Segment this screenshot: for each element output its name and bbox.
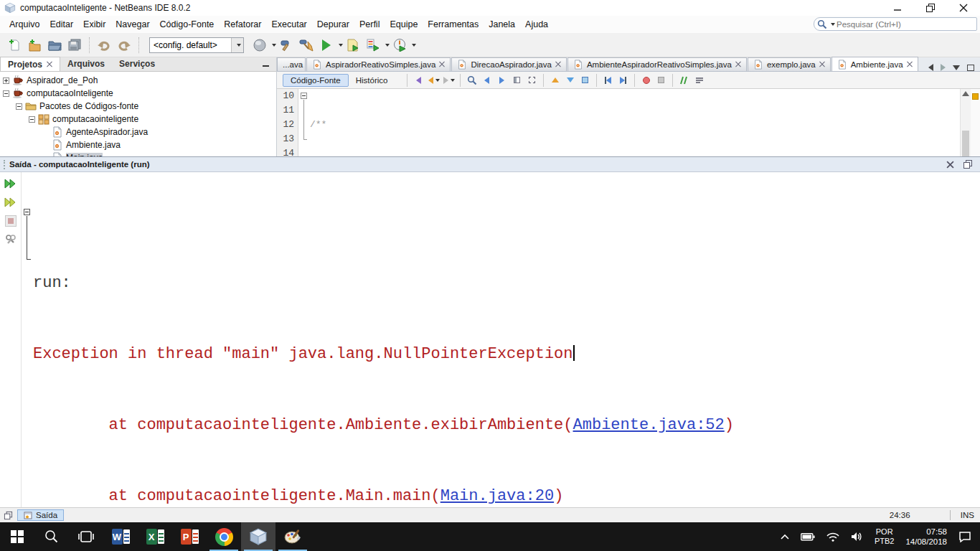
record-macro-button[interactable] [639,73,654,88]
search-dropdown-icon[interactable] [831,23,835,26]
uncomment-button[interactable] [692,73,707,88]
taskbar-netbeans-button[interactable] [241,522,275,551]
find-selection-button[interactable] [464,73,479,88]
tree-item-package[interactable]: computacaointeligente [0,113,276,126]
run-file-button[interactable] [343,36,363,55]
editor-tab[interactable]: AspiradorReativoSimples.java [306,57,451,71]
close-tab-icon[interactable] [819,62,825,67]
forward-button[interactable] [441,73,456,88]
stack-trace-link[interactable]: Ambiente.java:52 [573,416,725,434]
rerun-button[interactable] [4,178,17,189]
tree-item-java-file[interactable]: Ambiente.java [0,138,276,151]
editor-tab[interactable]: exemplo.java [748,57,831,71]
prev-occurrence-button[interactable] [479,73,494,88]
save-all-button[interactable] [65,36,85,55]
minimize-button[interactable] [881,0,914,16]
code-area[interactable]: /** * * @author Joice */ public class Am… [310,89,980,156]
warning-mark[interactable] [972,93,979,100]
menu-depurar[interactable]: Depurar [312,17,354,32]
editor-tab[interactable]: DirecaoAspirador.java [451,57,567,71]
menu-perfil[interactable]: Perfil [354,17,385,32]
toggle-highlight-button[interactable] [509,73,524,88]
scroll-tabs-right-icon[interactable] [941,64,946,71]
maximize-editor-icon[interactable] [967,65,974,71]
tree-item-source-packages[interactable]: Pacotes de Códigos-fonte [0,100,276,113]
menu-ajuda[interactable]: Ajuda [520,17,553,32]
search-input[interactable] [837,20,974,29]
menu-ferramentas[interactable]: Ferramentas [423,17,484,32]
stop-macro-button[interactable] [654,73,669,88]
editor-tab-active[interactable]: Ambiente.java [831,57,918,71]
menu-executar[interactable]: Executar [266,17,311,32]
redo-button[interactable] [114,36,134,55]
close-button[interactable] [947,0,980,16]
run-button[interactable] [316,36,336,55]
battery-icon[interactable] [801,532,815,541]
undo-button[interactable] [94,36,114,55]
editor-tab[interactable]: AmbienteAspiradorReativoSimples.java [567,57,747,71]
start-button[interactable] [0,522,34,551]
editor-scrollbar[interactable] [960,89,971,156]
menu-refatorar[interactable]: Refatorar [219,17,266,32]
minimize-panel-button[interactable] [263,65,269,67]
scroll-tabs-left-icon[interactable] [928,64,933,71]
view-history-button[interactable]: Histórico [349,75,395,86]
close-tab-icon[interactable] [735,62,741,67]
tree-item-java-file-selected[interactable]: Main.java [0,151,276,156]
taskbar-word-button[interactable]: W [103,522,138,551]
menu-navegar[interactable]: Navegar [110,17,154,32]
tab-servicos[interactable]: Serviços [112,57,162,71]
expand-icon[interactable] [3,77,9,84]
action-center-icon[interactable] [958,531,971,542]
tree-item-project[interactable]: computacaoInteligente [0,87,276,100]
taskbar-excel-button[interactable]: X [138,522,172,551]
menu-arquivo[interactable]: Arquivo [4,17,44,32]
comment-button[interactable] [677,73,692,88]
taskbar-paint-button[interactable] [275,522,310,551]
shift-right-button[interactable] [616,73,631,88]
menu-editar[interactable]: Editar [44,17,78,32]
editor-tab-truncated[interactable]: ...ava [277,57,306,71]
console[interactable]: run: Exception in thread "main" java.lan… [22,172,980,507]
volume-icon[interactable] [851,532,863,542]
taskbar-chrome-button[interactable] [207,522,241,551]
scrollbar-thumb[interactable] [962,131,969,156]
rerun-alt-button[interactable] [4,197,17,208]
profile-dropdown-icon[interactable] [412,44,416,47]
menu-equipe[interactable]: Equipe [385,17,423,32]
fold-collapse-icon[interactable] [301,93,307,99]
settings-button[interactable] [4,234,17,245]
collapse-icon[interactable] [16,103,22,110]
view-source-button[interactable]: Código-Fonte [283,74,349,87]
tab-arquivos[interactable]: Arquivos [60,57,112,71]
next-bookmark-button[interactable] [562,73,578,88]
build-button[interactable] [276,36,296,55]
clean-build-button[interactable] [296,36,316,55]
shift-left-button[interactable] [600,73,616,88]
restore-button[interactable] [914,0,947,16]
tab-list-dropdown-icon[interactable] [953,65,960,70]
language-indicator[interactable]: POR PTB2 [875,527,895,546]
close-tab-icon[interactable] [47,62,52,67]
profile-button[interactable] [390,36,410,55]
quick-search[interactable] [814,17,977,31]
stack-trace-link[interactable]: Main.java:20 [440,487,554,505]
tree-item-java-file[interactable]: AgenteAspirador.java [0,126,276,138]
menu-codigo-fonte[interactable]: Código-Fonte [155,17,220,32]
next-occurrence-button[interactable] [494,73,509,88]
prev-bookmark-button[interactable] [547,73,562,88]
wifi-icon[interactable] [826,532,839,542]
close-tab-icon[interactable] [555,62,561,67]
close-tab-icon[interactable] [907,62,913,67]
back-button[interactable] [426,73,441,88]
new-project-button[interactable] [24,36,44,55]
open-project-button[interactable] [44,36,65,55]
dock-window-icon[interactable] [4,511,13,520]
clock[interactable]: 07:58 14/08/2018 [905,527,947,547]
tree-item-project[interactable]: Aspirador_de_Poh [0,74,276,87]
toggle-bookmark-button[interactable] [578,73,593,88]
editor-body[interactable]: 10 11 12 13 14 /** * * @author Joice */ … [277,89,980,156]
config-select[interactable]: <config. default> [149,37,244,53]
collapse-icon[interactable] [29,116,35,123]
output-fold-icon[interactable] [24,209,30,215]
